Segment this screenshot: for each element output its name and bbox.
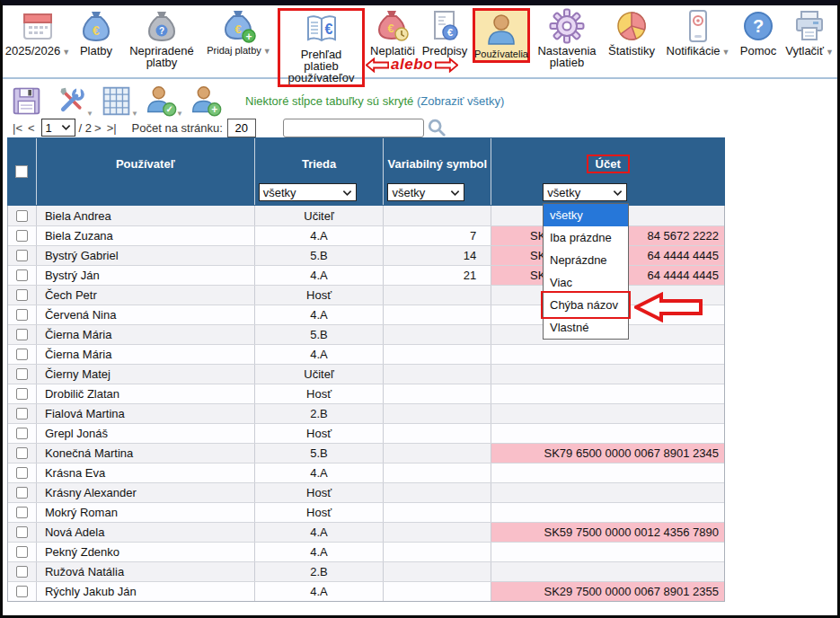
row-checkbox[interactable] [16,289,28,301]
class-cell: 4.A [255,582,385,601]
row-checkbox[interactable] [16,269,28,281]
gear-icon [549,8,585,44]
toolbar-item-label: Notifikácie▼ [667,45,730,58]
save-button[interactable] [10,84,43,118]
row-checkbox[interactable] [16,250,28,261]
toolbar-item-notifikacie[interactable]: Notifikácie▼ [663,8,733,58]
row-checkbox[interactable] [16,388,28,400]
toolbar-item-predpisy[interactable]: €Predpisy [420,8,469,57]
toolbar-item-vytlacit[interactable]: Vytlačiť▼ [783,8,836,58]
prev-page-button[interactable]: < [25,121,38,135]
filter-select-variabilny-symbol[interactable]: všetky [387,183,464,201]
table-row-krasna-eva[interactable]: Krásna Eva4.A [8,463,724,482]
row-checkbox[interactable] [16,230,28,242]
filter-select-ucet[interactable]: všetky [543,183,627,201]
account-filter-dropdown: všetkyIba prázdneNeprázdneViacChýba názo… [543,203,629,340]
table-row-grepl-jonas[interactable]: Grepl JonášHosť [8,423,724,443]
row-checkbox[interactable] [16,586,28,597]
row-checkbox[interactable] [16,447,28,459]
account-cell [491,503,724,522]
search-icon[interactable] [427,118,447,137]
filter-option-viac[interactable]: Viac [544,271,628,294]
filter-option-vlastne[interactable]: Vlastné [544,316,628,339]
table-row-pekny-zdenko[interactable]: Pekný Zdenko4.A [8,542,724,561]
table-row-ruzova-natalia[interactable]: Ružová Natália2.B [8,561,724,581]
toolbar-item-2025-2026[interactable]: 2025/2026▼ [6,8,69,58]
filter-option-neprazdne[interactable]: Neprázdne [544,249,628,271]
chevron-down-icon [450,186,460,199]
phone-icon [680,8,716,44]
toolbar-item-nastavenia-platieb[interactable]: Nastavenia platieb [534,8,600,68]
next-page-button[interactable]: > [92,121,104,135]
toolbar-item-pouzivatelia[interactable]: Používatelia [473,8,530,63]
user-name-cell: Červená Nina [37,305,255,324]
page-select[interactable]: 1 [41,119,75,137]
toolbar-item-statistiky[interactable]: Štatistiky [604,8,659,57]
filter-option-vsetky[interactable]: všetky [544,204,628,226]
row-checkbox[interactable] [16,210,28,222]
row-checkbox[interactable] [16,309,28,321]
table-row-rychly-jakub-jan[interactable]: Rýchly Jakub Ján4.ASK29 7500 0000 0067 8… [8,581,724,601]
row-checkbox[interactable] [16,349,28,360]
tools-button[interactable]: ▼ [55,84,88,118]
class-cell: 4.A [255,523,385,542]
column-header-pouzivatel: Používateľ [37,138,255,205]
header-checkbox-cell [8,138,37,205]
row-checkbox-cell [8,464,37,482]
table-row-krasny-alexander[interactable]: Krásny AlexanderHosť [8,482,724,502]
per-page-input[interactable] [227,119,256,137]
table-row-konecna-martina[interactable]: Konečná Martina5.BSK79 6500 0000 0067 89… [8,443,724,463]
table-row-nova-adela[interactable]: Nová Adela4.ASK59 7500 0000 0012 4356 78… [8,522,724,542]
search-input[interactable] [283,119,424,137]
toolbar-item-pridaj-platby[interactable]: €+Pridaj platby▼ [204,8,274,57]
printer-icon [791,8,827,44]
user-name-cell: Biela Andrea [37,206,255,225]
row-checkbox[interactable] [16,566,28,578]
row-checkbox[interactable] [16,546,28,558]
user-name-cell: Rýchly Jakub Ján [37,582,255,601]
user-add-button[interactable]: + [190,84,223,118]
first-page-button[interactable]: |< [10,121,25,135]
page-count: / 2 [79,121,92,135]
row-checkbox[interactable] [16,408,28,419]
table-row-fialova-martina[interactable]: Fialová Martina2.B [8,403,724,423]
search-area [283,118,447,137]
filter-value: všetky [547,186,580,199]
table-row-mokry-roman[interactable]: Mokrý RomanHosť [8,502,724,522]
user-check-button[interactable]: ✓▼ [145,84,178,118]
book-euro-icon: € [304,12,340,48]
table-row-drobilic-zlatan[interactable]: Drobilič ZlatanHosť [8,384,724,403]
moneybag-question-icon: ? [144,8,180,44]
filter-option-chyba-nazov[interactable]: Chýba názov [544,294,628,316]
row-checkbox[interactable] [16,368,28,380]
toolbar-item-prehlad-platieb-pouzivatelov[interactable]: €Prehľad platieb používateľov [278,8,365,87]
variable-symbol-cell [384,424,491,443]
row-checkbox[interactable] [16,428,28,439]
toolbar-item-neplatici[interactable]: €Neplatiči [368,8,417,57]
filter-option-iba-prazdne[interactable]: Iba prázdne [544,226,628,249]
table-row-cierny-matej[interactable]: Čierny MatejUčiteľ [8,364,724,384]
show-all-columns-link[interactable]: (Zobraziť všetky) [417,94,504,108]
filter-select-trieda[interactable]: všetky [259,183,357,201]
account-cell: SK29 7500 0000 0067 8901 2355 [491,582,724,601]
alebo-text: alebo [391,56,433,74]
last-page-button[interactable]: >| [104,121,119,135]
row-checkbox[interactable] [16,329,28,340]
variable-symbol-cell [384,384,491,403]
toolbar-item-nepriradene-platby[interactable]: ?Nepriradené platby [123,8,200,68]
class-cell: 4.A [255,543,385,561]
row-checkbox-cell [8,365,37,384]
table-row-cierna-maria[interactable]: Čierna Mária4.A [8,344,724,364]
row-checkbox[interactable] [16,467,28,479]
row-checkbox[interactable] [16,526,28,538]
row-checkbox[interactable] [16,507,28,518]
filter-row-cell: všetky [384,183,491,205]
select-all-checkbox[interactable] [15,165,28,178]
toolbar-item-platby[interactable]: €Platby [73,8,119,57]
toolbar-item-label: Pomoc [740,45,776,57]
dropdown-caret-icon: ▼ [722,48,730,57]
table-columns-button[interactable]: ▼ [100,84,133,118]
toolbar-item-pomoc[interactable]: ?Pomoc [737,8,780,57]
row-checkbox[interactable] [16,487,28,499]
toolbar-item-label: Nastavenia platieb [534,45,600,68]
